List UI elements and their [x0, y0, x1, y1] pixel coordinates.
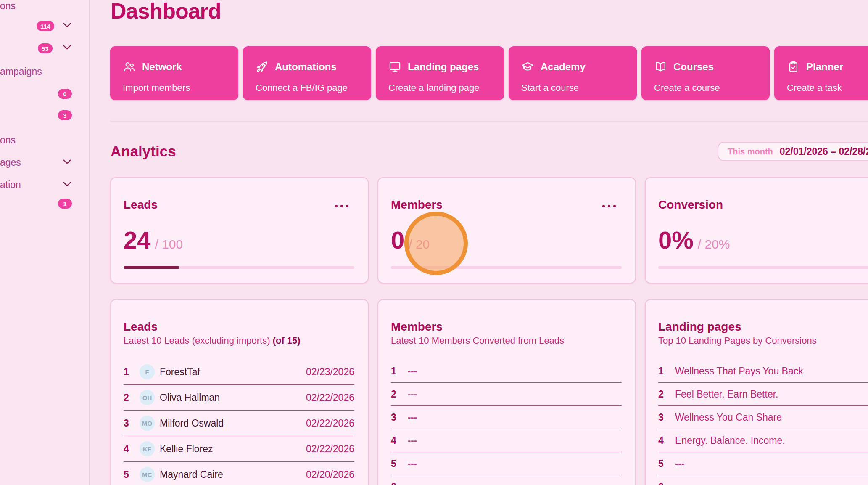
row-number: 3: [124, 418, 140, 429]
avatar-initials: KF: [143, 445, 151, 453]
network-quick-action-button[interactable]: Network Import members: [110, 46, 238, 100]
stat-target-value: / 100: [155, 237, 183, 252]
academy-quick-action-button[interactable]: Academy Start a course: [509, 46, 637, 100]
sidebar-count-badge[interactable]: 0: [58, 89, 72, 99]
quick-action-title: Courses: [673, 61, 714, 73]
landing-page-row[interactable]: 4 Energy. Balance. Income.: [658, 429, 868, 452]
sidebar-count-badge[interactable]: 1: [58, 199, 72, 209]
sidebar-item-pages[interactable]: ages: [0, 157, 21, 168]
ellipsis-icon[interactable]: [333, 203, 350, 209]
member-row: 6 ---: [391, 475, 622, 485]
list-card-title: Members: [391, 320, 443, 334]
lead-name: Kellie Florez: [160, 443, 306, 455]
planner-quick-action-button[interactable]: Planner Create a task: [774, 46, 868, 100]
sidebar-item-campaigns[interactable]: ampaigns: [0, 66, 42, 77]
row-number: 2: [124, 392, 140, 403]
member-row: 5 ---: [391, 452, 622, 475]
quick-action-subtitle: Start a course: [521, 82, 579, 93]
period-range: 02/01/2026 – 02/28/2026: [780, 146, 868, 157]
lead-row[interactable]: 1 F ForestTaf 02/23/2026: [124, 359, 354, 385]
avatar: OH: [140, 390, 155, 405]
chevron-down-icon[interactable]: [63, 45, 71, 50]
quick-action-subtitle: Create a task: [787, 82, 842, 93]
row-number: 1: [391, 366, 408, 377]
lead-name: Maynard Caire: [160, 469, 306, 480]
lead-row[interactable]: 4 KF Kellie Florez 02/22/2026: [124, 436, 354, 462]
stat-card-title: Leads: [124, 198, 158, 212]
stat-card-title: Members: [391, 198, 443, 212]
placeholder-value: ---: [675, 481, 684, 485]
landing-page-row[interactable]: 2 Feel Better. Earn Better.: [658, 383, 868, 406]
people-icon: [123, 60, 136, 73]
quick-action-subtitle: Import members: [123, 82, 190, 93]
lead-name: Milford Oswald: [160, 418, 306, 429]
sidebar-count-badge[interactable]: 53: [38, 43, 53, 53]
row-number: 6: [391, 481, 408, 485]
landing-page-row[interactable]: 1 Wellness That Pays You Back: [658, 360, 868, 383]
avatar-initials: MO: [142, 420, 152, 427]
stat-value: 0% / 20%: [658, 227, 730, 254]
lead-date: 02/22/2026: [306, 443, 354, 455]
quick-action-title: Planner: [806, 61, 843, 73]
clipboard-check-icon: [787, 60, 800, 73]
progress-bar-fill: [124, 266, 179, 269]
chevron-down-icon[interactable]: [63, 181, 71, 187]
placeholder-value: ---: [408, 389, 417, 400]
automations-quick-action-button[interactable]: Automations Connect a FB/IG page: [243, 46, 371, 100]
quick-action-subtitle: Connect a FB/IG page: [256, 82, 348, 93]
book-icon: [654, 60, 667, 73]
sidebar-count-badge[interactable]: 114: [37, 21, 54, 31]
landing-page-row[interactable]: 3 Wellness You Can Share: [658, 406, 868, 429]
stat-current-value: 0: [391, 227, 404, 254]
lead-name: ForestTaf: [160, 366, 306, 378]
chevron-down-icon[interactable]: [63, 22, 71, 28]
monitor-icon: [388, 60, 401, 73]
row-number: 6: [658, 481, 675, 485]
list-card-subtitle: Top 10 Landing Pages by Conversions: [658, 335, 817, 346]
stat-target-value: / 20: [409, 237, 430, 252]
ellipsis-icon[interactable]: [601, 203, 617, 209]
member-row: 2 ---: [391, 383, 622, 406]
member-row: 4 ---: [391, 429, 622, 452]
sidebar-item-fragment[interactable]: ons: [0, 0, 16, 12]
landing-pages-list-card: Landing pages Top 10 Landing Pages by Co…: [645, 299, 868, 485]
leads-stat-card: Leads 24 / 100: [110, 177, 369, 284]
lead-date: 02/20/2026: [306, 469, 354, 480]
list-card-title: Landing pages: [658, 320, 741, 334]
landing-page-row: 6 ---: [658, 475, 868, 485]
page-title: Dashboard: [111, 0, 221, 24]
subtitle-text: Latest 10 Leads (excluding imports): [124, 335, 270, 346]
lead-date: 02/23/2026: [306, 366, 354, 378]
member-row: 1 ---: [391, 360, 622, 383]
conversion-stat-card: Conversion 0% / 20%: [645, 177, 868, 284]
landing-page-row: 5 ---: [658, 452, 868, 475]
date-range-filter[interactable]: This month 02/01/2026 – 02/28/2026: [718, 142, 868, 161]
stat-current-value: 0%: [658, 227, 694, 254]
lead-row[interactable]: 3 MO Milford Oswald 02/22/2026: [124, 411, 354, 436]
placeholder-value: ---: [408, 481, 417, 485]
list-card-subtitle: Latest 10 Members Converted from Leads: [391, 335, 564, 346]
lead-row[interactable]: 5 MC Maynard Caire 02/20/2026: [124, 462, 354, 485]
list-card-subtitle: Latest 10 Leads (excluding imports) (of …: [124, 335, 301, 346]
sidebar-count-badge[interactable]: 3: [58, 110, 72, 120]
analytics-heading: Analytics: [111, 143, 176, 160]
subtitle-count: (of 15): [273, 335, 301, 346]
stat-value: 0 / 20: [391, 227, 430, 254]
landing-pages-quick-action-button[interactable]: Landing pages Create a landing page: [376, 46, 504, 100]
row-number: 2: [391, 389, 408, 400]
chevron-down-icon[interactable]: [63, 159, 71, 165]
placeholder-value: ---: [408, 435, 417, 446]
sidebar-item-fragment[interactable]: ons: [0, 135, 16, 146]
row-number: 1: [658, 366, 675, 377]
row-number: 5: [658, 458, 675, 469]
courses-quick-action-button[interactable]: Courses Create a course: [641, 46, 770, 100]
sidebar-item-creation[interactable]: ation: [0, 179, 21, 191]
leads-list-card: Leads Latest 10 Leads (excluding imports…: [110, 299, 369, 485]
lead-row[interactable]: 2 OH Oliva Hallman 02/22/2026: [124, 385, 354, 411]
avatar-initials: F: [145, 368, 149, 376]
avatar: KF: [140, 441, 155, 456]
stat-card-title: Conversion: [658, 198, 723, 212]
progress-bar: [124, 266, 354, 269]
quick-action-subtitle: Create a course: [654, 82, 720, 93]
row-number: 5: [391, 458, 408, 469]
